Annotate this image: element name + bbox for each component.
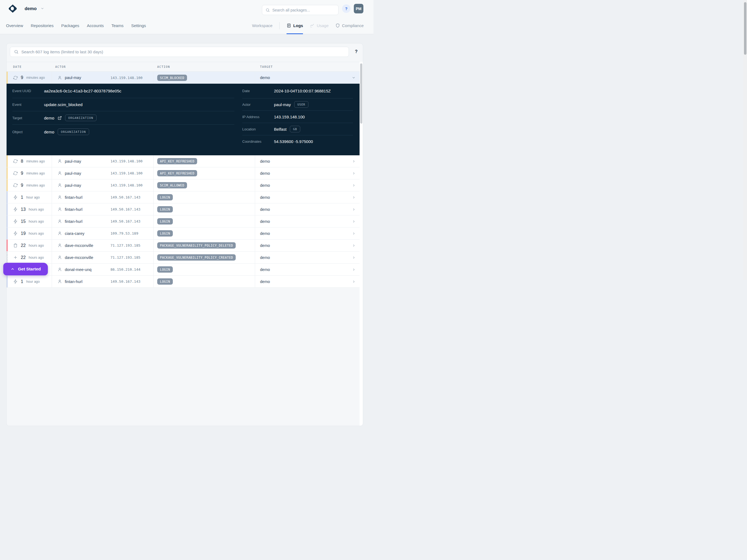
sync-icon (13, 159, 18, 163)
time-value: 9 (21, 183, 23, 188)
log-table: DATE ACTOR ACTION TARGET 9 minutes ago p… (6, 62, 360, 280)
time-value: 9 (21, 75, 23, 80)
chevron-right-icon[interactable] (352, 232, 356, 235)
chevron-right-icon[interactable] (352, 220, 356, 223)
tab-compliance[interactable]: Compliance (335, 17, 364, 34)
chevron-right-icon[interactable] (352, 280, 356, 280)
target-name: demo (260, 244, 270, 248)
actor-value: paul-may (274, 102, 291, 107)
topbar: demo ? PM (0, 0, 374, 17)
target-name: demo (260, 207, 270, 212)
column-header-date: DATE (6, 65, 52, 68)
table-row[interactable]: 9 minutes ago paul-may 143.159.148.100 S… (6, 72, 360, 84)
action-badge: LOGIN (157, 206, 173, 212)
chevron-right-icon[interactable] (352, 183, 356, 187)
person-icon (57, 279, 62, 280)
actor-name[interactable]: dave-mcconville (65, 244, 93, 248)
nav-item-overview[interactable]: Overview (6, 23, 23, 28)
time-value: 22 (21, 255, 26, 260)
time-unit: hours ago (29, 256, 44, 259)
table-row[interactable]: 8 minutes ago paul-may 143.159.148.100 A… (6, 155, 360, 167)
person-icon (57, 159, 62, 163)
actor-name[interactable]: fintan-hurl (65, 207, 82, 212)
person-icon (57, 75, 62, 80)
table-row[interactable]: 1 hour ago fintan-hurl 149.50.167.143 LO… (6, 192, 360, 203)
table-row[interactable]: 22 hours ago dave-mcconville 71.127.193.… (6, 239, 360, 252)
column-header-target: TARGET (255, 65, 360, 68)
chevron-right-icon[interactable] (352, 172, 356, 175)
nav-item-settings[interactable]: Settings (131, 23, 146, 28)
table-row[interactable]: 9 minutes ago paul-may 143.159.148.100 S… (6, 179, 360, 192)
field-label: Coordinates (242, 139, 274, 144)
table-row[interactable]: donal-mee-unq 86.150.210.144 LOGIN demo (6, 263, 360, 276)
person-icon (57, 267, 62, 272)
help-button[interactable]: ? (342, 4, 351, 13)
nav-item-accounts[interactable]: Accounts (87, 23, 104, 28)
action-badge: SCIM_BLOCKED (157, 75, 187, 81)
actor-ip: 149.50.167.143 (110, 195, 140, 199)
external-link-icon[interactable] (58, 116, 62, 120)
bolt-icon (13, 279, 18, 280)
view-tabs: Workspace Logs Usage Compliance (252, 17, 364, 34)
log-lines-icon (287, 23, 291, 28)
log-help-button[interactable]: ? (353, 48, 359, 55)
table-row[interactable]: 9 minutes ago paul-may 143.159.148.100 A… (6, 167, 360, 179)
chevron-down-icon[interactable] (352, 76, 356, 80)
chevron-right-icon[interactable] (352, 256, 356, 259)
nav-item-repositories[interactable]: Repositories (31, 23, 54, 28)
actor-name[interactable]: fintan-hurl (65, 279, 82, 280)
actor-name[interactable]: fintan-hurl (65, 219, 82, 224)
table-row[interactable]: 1 hour ago fintan-hurl 149.50.167.143 LO… (6, 276, 360, 280)
chevron-right-icon[interactable] (352, 268, 356, 272)
target-name: demo (260, 159, 270, 163)
person-icon (57, 171, 62, 176)
field-label: Location (242, 127, 274, 131)
actor-name[interactable]: donal-mee-unq (65, 268, 92, 272)
tab-logs[interactable]: Logs (287, 17, 303, 34)
table-row[interactable]: 13 hours ago fintan-hurl 149.50.167.143 … (6, 203, 360, 215)
cloudsmith-logo-icon[interactable] (8, 4, 17, 13)
action-badge: API_KEY_REFRESHED (157, 170, 197, 176)
package-search-input[interactable] (272, 8, 335, 12)
actor-ip: 143.159.148.100 (110, 76, 143, 80)
column-header-action: ACTION (154, 65, 255, 68)
actor-name[interactable]: paul-may (65, 171, 81, 176)
person-icon (57, 207, 62, 212)
object-value: demo (44, 130, 54, 134)
chevron-right-icon[interactable] (352, 244, 356, 248)
field-label: Date (242, 89, 274, 93)
nav-item-packages[interactable]: Packages (61, 23, 79, 28)
table-scrollbar-thumb[interactable] (360, 63, 362, 124)
actor-name[interactable]: fintan-hurl (65, 195, 82, 200)
event-detail-panel: Event UUID aa2ea3c6-0c1c-41a3-bc27-80378… (6, 84, 360, 155)
actor-name[interactable]: paul-may (65, 183, 81, 187)
log-search-input[interactable] (21, 50, 345, 54)
actor-name[interactable]: ciara-carey (65, 231, 84, 236)
chevron-up-icon (10, 267, 15, 271)
table-row[interactable]: 22 hours ago dave-mcconville 71.127.193.… (6, 252, 360, 263)
tab-usage[interactable]: Usage (310, 17, 328, 34)
nav-item-teams[interactable]: Teams (111, 23, 123, 28)
actor-name[interactable]: paul-may (65, 75, 81, 80)
chevron-right-icon[interactable] (352, 207, 356, 211)
user-avatar[interactable]: PM (354, 4, 363, 14)
actor-name[interactable]: dave-mcconville (65, 255, 93, 260)
actor-ip: 149.50.167.143 (110, 207, 140, 211)
chevron-right-icon[interactable] (352, 196, 356, 199)
table-row[interactable]: 19 hours ago ciara-carey 109.79.53.189 L… (6, 228, 360, 239)
get-started-button[interactable]: Get Started (3, 263, 48, 275)
table-row[interactable]: 15 hours ago fintan-hurl 149.50.167.143 … (6, 215, 360, 228)
time-unit: hours ago (29, 244, 44, 248)
actor-ip: 143.159.148.100 (110, 183, 143, 187)
time-value: 19 (21, 231, 26, 236)
action-badge: SCIM_ALLOWED (157, 182, 187, 188)
target-name: demo (260, 268, 270, 272)
field-label: IP Address (242, 115, 274, 119)
actor-name[interactable]: paul-may (65, 159, 81, 163)
action-badge: LOGIN (157, 278, 173, 280)
person-icon (57, 243, 62, 248)
action-badge: LOGIN (157, 266, 173, 273)
chevron-right-icon[interactable] (352, 159, 356, 163)
time-unit: hours ago (29, 220, 44, 223)
org-switcher[interactable]: demo (25, 0, 44, 17)
